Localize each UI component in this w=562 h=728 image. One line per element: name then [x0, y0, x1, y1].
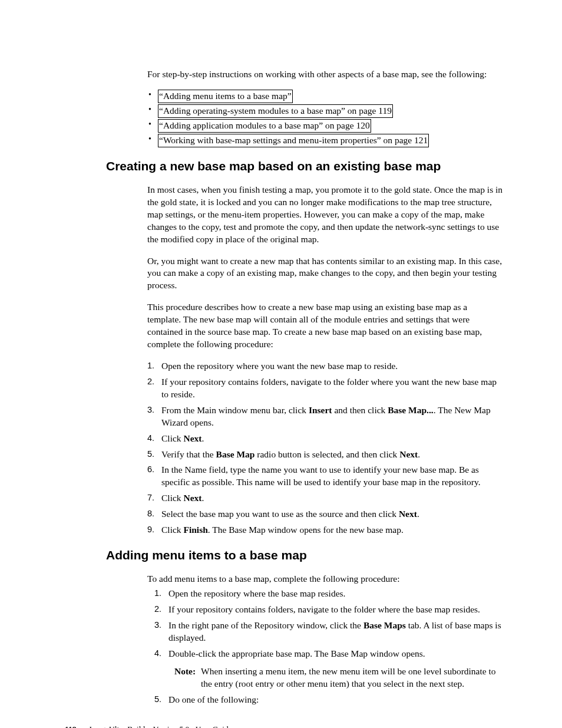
s1-step-6: 6.In the Name field, type the name you w…	[147, 464, 503, 489]
heading-adding-menu-items: Adding menu items to a base map	[106, 547, 503, 564]
intro-paragraph: For step-by-step instructions on working…	[147, 68, 503, 81]
s2-step-1: 1.Open the repository where the base map…	[154, 588, 503, 600]
s2-procedure-list: 1.Open the repository where the base map…	[154, 588, 503, 706]
page-footer: 118 ImageUltra Builder Version 5.0: User…	[65, 724, 503, 728]
s1-step-2: 2.If your repository contains folders, n…	[147, 376, 503, 401]
note-label: Note:	[174, 666, 196, 676]
heading-creating-new-base-map: Creating a new base map based on an exis…	[106, 158, 503, 174]
note-block: Note: When inserting a menu item, the ne…	[168, 666, 503, 690]
s2-paragraph-1: To add menu items to a base map, complet…	[147, 573, 503, 585]
page-number: 118	[65, 724, 87, 728]
s2-step-2: 2.If your repository contains folders, n…	[154, 604, 503, 616]
s1-paragraph-1: In most cases, when you finish testing a…	[147, 184, 503, 246]
s1-step-3: 3.From the Main window menu bar, click I…	[147, 404, 503, 429]
link-adding-menu-items[interactable]: “Adding menu items to a base map”	[158, 90, 293, 103]
s1-paragraph-2: Or, you might want to create a new map t…	[147, 255, 503, 292]
s2-step-4: 4.Double-click the appropriate base map.…	[154, 648, 503, 691]
cross-reference-list: “Adding menu items to a base map” “Addin…	[147, 90, 503, 147]
s1-procedure-list: 1.Open the repository where you want the…	[147, 360, 503, 536]
s1-step-4: 4.Click Next.	[147, 433, 503, 445]
s1-step-1: 1.Open the repository where you want the…	[147, 360, 503, 373]
s1-step-8: 8.Select the base map you want to use as…	[147, 508, 503, 521]
link-base-map-settings[interactable]: “Working with base-map settings and menu…	[158, 134, 429, 147]
s2-step-5: 5.Do one of the following:	[154, 694, 503, 706]
link-adding-app-modules[interactable]: “Adding application modules to a base ma…	[158, 119, 371, 133]
s1-step-7: 7.Click Next.	[147, 492, 503, 505]
s1-paragraph-3: This procedure describes how to create a…	[147, 301, 503, 351]
s1-step-5: 5.Verify that the Base Map radio button …	[147, 449, 503, 461]
s1-step-9: 9.Click Finish. The Base Map window open…	[147, 524, 503, 536]
footer-title: ImageUltra Builder Version 5.0: User Gui…	[89, 724, 232, 728]
link-adding-os-modules[interactable]: “Adding operating-system modules to a ba…	[158, 104, 393, 118]
s2-step-3: 3.In the right pane of the Repository wi…	[154, 620, 503, 644]
note-text: When inserting a menu item, the new menu…	[174, 666, 503, 690]
